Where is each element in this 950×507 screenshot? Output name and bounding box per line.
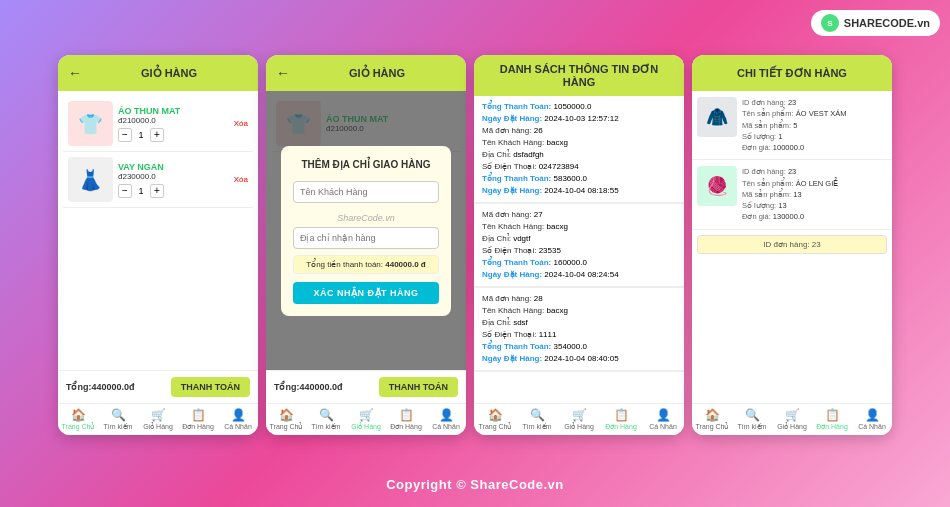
- detail2-price-label: Đơn giá:: [742, 212, 773, 221]
- qty-plus-2[interactable]: +: [150, 184, 164, 198]
- detail1-code-value: 5: [793, 121, 797, 130]
- detail1-price: Đơn giá: 100000.0: [742, 142, 887, 153]
- detail2-id-label: ID đơn hàng:: [742, 167, 788, 176]
- orders-icon-1: 📋: [191, 408, 206, 422]
- order3-id-label: Mã đơn hàng:: [482, 294, 534, 303]
- product-info-1: ÁO THUN MAT đ210000.0 − 1 +: [118, 106, 229, 142]
- nav4-orders[interactable]: 📋 Đơn Hàng: [812, 408, 852, 431]
- nav3-orders[interactable]: 📋 Đơn Hàng: [600, 408, 642, 431]
- order1-total-label: Tổng Thanh Toán:: [482, 102, 554, 111]
- detail1-price-value: 100000.0: [773, 143, 804, 152]
- screen4-header: CHI TIẾT ĐƠN HÀNG: [692, 55, 892, 91]
- order2-date: Ngày Đặt Hàng: 2024-10-04 08:24:54: [482, 269, 676, 281]
- screen-cart: ← GIỎ HÀNG 👕 ÁO THUN MAT đ210000.0 − 1 +…: [58, 55, 258, 435]
- screen4-nav: 🏠 Trang Chủ 🔍 Tìm kiếm 🛒 Giỏ Hàng 📋 Đơn …: [692, 403, 892, 435]
- nav3-cart-label: Giỏ Hàng: [564, 423, 594, 431]
- nav1-cart-label: Giỏ Hàng: [143, 423, 173, 431]
- order3-phone-value: 1111: [539, 330, 557, 339]
- order3-date-value: 2024-10-04 08:40:05: [544, 354, 618, 363]
- order-item-2: Mã đơn hàng: 27 Tên Khách Hàng: bacxg Đị…: [474, 204, 684, 288]
- detail2-qty-label: Số lượng:: [742, 201, 778, 210]
- nav1-orders[interactable]: 📋 Đơn Hàng: [178, 408, 218, 431]
- back-arrow-1[interactable]: ←: [68, 65, 82, 81]
- cart-icon-1: 🛒: [151, 408, 166, 422]
- modal-total-label: Tổng tiền thanh toán:: [306, 260, 383, 269]
- order2-addr-value: vdgtf: [513, 234, 530, 243]
- screen2-footer: Tổng:440000.0đ THANH TOÁN: [266, 370, 466, 403]
- nav2-profile[interactable]: 👤 Cá Nhân: [426, 408, 466, 431]
- nav4-home-label: Trang Chủ: [696, 423, 729, 431]
- copyright-bar: Copyright © ShareCode.vn: [0, 477, 950, 492]
- order-item-1: Tổng Thanh Toán: 1050000.0 Ngày Đặt Hàng…: [474, 96, 684, 204]
- screen-order-detail: CHI TIẾT ĐƠN HÀNG 🧥 ID đơn hàng: 23 Tên …: [692, 55, 892, 435]
- order2-name: Tên Khách Hàng: bacxg: [482, 221, 676, 233]
- detail1-code-label: Mã sản phẩm:: [742, 121, 793, 130]
- order2-phone: Số Điện Thoại: 23535: [482, 245, 676, 257]
- screen2-nav: 🏠 Trang Chủ 🔍 Tìm kiếm 🛒 Giỏ Hàng 📋 Đơn …: [266, 403, 466, 435]
- name-input[interactable]: [293, 181, 439, 203]
- copyright-text: Copyright © ShareCode.vn: [386, 477, 564, 492]
- detail-img-2: 🧶: [697, 166, 737, 206]
- product-img-1: 👕: [68, 101, 113, 146]
- nav2-cart[interactable]: 🛒 Giỏ Hàng: [346, 408, 386, 431]
- nav1-home[interactable]: 🏠 Trang Chủ: [58, 408, 98, 431]
- nav1-search[interactable]: 🔍 Tìm kiếm: [98, 408, 138, 431]
- nav3-home-label: Trang Chủ: [479, 423, 512, 431]
- nav2-home[interactable]: 🏠 Trang Chủ: [266, 408, 306, 431]
- product-name-2: VAY NGAN: [118, 162, 229, 172]
- delete-btn-1[interactable]: Xóa: [234, 119, 248, 128]
- order3-phone: Số Điện Thoại: 1111: [482, 329, 676, 341]
- order1-order-total: Tổng Thanh Toán: 583600.0: [482, 173, 676, 185]
- nav2-search-label: Tìm kiếm: [312, 423, 341, 431]
- order2-name-value: bacxg: [546, 222, 567, 231]
- nav1-cart[interactable]: 🛒 Giỏ Hàng: [138, 408, 178, 431]
- nav4-home[interactable]: 🏠 Trang Chủ: [692, 408, 732, 431]
- nav3-home[interactable]: 🏠 Trang Chủ: [474, 408, 516, 431]
- nav4-profile[interactable]: 👤 Cá Nhân: [852, 408, 892, 431]
- order1-addr-value: dsfadfgh: [513, 150, 544, 159]
- detail1-qty-value: 1: [778, 132, 782, 141]
- nav2-search[interactable]: 🔍 Tìm kiếm: [306, 408, 346, 431]
- order2-id-label: Mã đơn hàng:: [482, 210, 534, 219]
- profile-icon-4: 👤: [865, 408, 880, 422]
- delete-btn-2[interactable]: Xóa: [234, 175, 248, 184]
- checkout-btn-2[interactable]: THANH TOÁN: [379, 377, 458, 397]
- address-input[interactable]: [293, 227, 439, 249]
- screen2-content: 👕 ÁO THUN MAT đ210000.0 THÊM ĐỊA CHỈ GIA…: [266, 91, 466, 370]
- screen3-nav: 🏠 Trang Chủ 🔍 Tìm kiếm 🛒 Giỏ Hàng 📋 Đơn …: [474, 403, 684, 435]
- nav4-search-label: Tìm kiếm: [738, 423, 767, 431]
- order1-id: Mã đơn hàng: 26: [482, 125, 676, 137]
- order1-name: Tên Khách Hàng: bacxg: [482, 137, 676, 149]
- checkout-btn-1[interactable]: THANH TOÁN: [171, 377, 250, 397]
- nav3-search[interactable]: 🔍 Tìm kiếm: [516, 408, 558, 431]
- nav3-cart[interactable]: 🛒 Giỏ Hàng: [558, 408, 600, 431]
- detail-footer-badge-text: ID đơn hàng: 23: [763, 240, 820, 249]
- order2-name-label: Tên Khách Hàng:: [482, 222, 546, 231]
- detail-img-1: 🧥: [697, 97, 737, 137]
- search-icon-2: 🔍: [319, 408, 334, 422]
- order1-order-date-label: Ngày Đặt Hàng:: [482, 186, 544, 195]
- order2-total-label: Tổng Thanh Toán:: [482, 258, 554, 267]
- order2-id-value: 27: [534, 210, 543, 219]
- detail-info-1: ID đơn hàng: 23 Tên sản phẩm: ÁO VEST XÁ…: [742, 97, 887, 153]
- screen3-content: Tổng Thanh Toán: 1050000.0 Ngày Đặt Hàng…: [474, 96, 684, 403]
- modal-total-value: 440000.0 đ: [385, 260, 425, 269]
- confirm-order-btn[interactable]: XÁC NHẬN ĐẶT HÀNG: [293, 282, 439, 304]
- qty-plus-1[interactable]: +: [150, 128, 164, 142]
- order3-date-label: Ngày Đặt Hàng:: [482, 354, 544, 363]
- nav3-search-label: Tìm kiếm: [523, 423, 552, 431]
- qty-minus-2[interactable]: −: [118, 184, 132, 198]
- qty-control-2: − 1 +: [118, 184, 229, 198]
- nav4-search[interactable]: 🔍 Tìm kiếm: [732, 408, 772, 431]
- detail1-id-value: 23: [788, 98, 796, 107]
- nav3-profile[interactable]: 👤 Cá Nhân: [642, 408, 684, 431]
- nav2-orders[interactable]: 📋 Đơn Hàng: [386, 408, 426, 431]
- nav4-cart[interactable]: 🛒 Giỏ Hàng: [772, 408, 812, 431]
- product-info-2: VAY NGAN đ230000.0 − 1 +: [118, 162, 229, 198]
- back-arrow-2[interactable]: ←: [276, 65, 290, 81]
- home-icon-3: 🏠: [488, 408, 503, 422]
- cart-icon-4: 🛒: [785, 408, 800, 422]
- search-icon-4: 🔍: [745, 408, 760, 422]
- qty-minus-1[interactable]: −: [118, 128, 132, 142]
- nav1-profile[interactable]: 👤 Cá Nhân: [218, 408, 258, 431]
